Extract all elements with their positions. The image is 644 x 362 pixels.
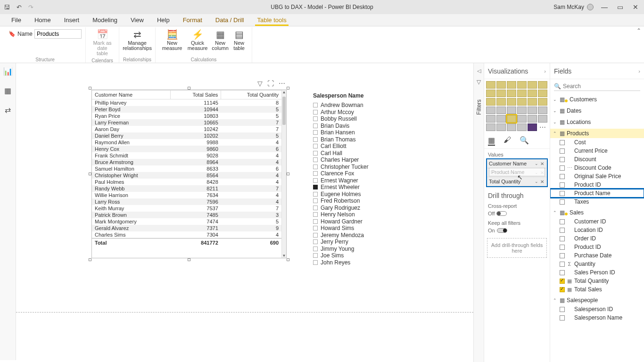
slicer-item[interactable]: Brian Hansen <box>313 129 436 136</box>
tab-format[interactable]: Format <box>176 15 209 25</box>
viz-pie-icon[interactable] <box>517 98 527 106</box>
viz-funnel-icon[interactable] <box>496 98 506 106</box>
table-row[interactable]: Daniel Berry102025 <box>92 132 281 139</box>
slicer-item[interactable]: Arthur Mccoy <box>313 109 436 115</box>
table-row[interactable]: Larry Freeman106657 <box>92 119 281 126</box>
more-options-icon[interactable]: ⋯ <box>279 80 285 87</box>
new-measure-button[interactable]: 🧮 New measure <box>159 27 185 52</box>
filter-icon[interactable]: ▽ <box>257 80 263 87</box>
slicer-item[interactable]: Andrew Bowman <box>313 102 436 108</box>
field-item[interactable]: Product Name <box>550 189 644 197</box>
table-visual[interactable]: ▽ ⛶ ⋯ Customer Name Total Sales Total Qu… <box>91 90 287 258</box>
viz-decomp-icon[interactable] <box>496 123 506 131</box>
field-item[interactable]: ΣQuantity <box>550 260 644 268</box>
new-table-button[interactable]: ▤ New table <box>230 27 248 52</box>
slicer-item[interactable]: Howard Sims <box>313 225 436 231</box>
filters-pane-collapsed[interactable]: ◁ ▽ Filters <box>473 63 484 362</box>
checkbox-icon[interactable] <box>560 199 565 205</box>
analytics-tab-icon[interactable]: 🔍 <box>520 136 529 146</box>
slicer-item[interactable]: Henry Nelson <box>313 211 436 218</box>
viz-gauge-icon[interactable] <box>517 107 527 114</box>
table-row[interactable]: Willie Harrison76344 <box>92 192 281 198</box>
slicer-item[interactable]: Brian Thomas <box>313 136 436 143</box>
tab-home[interactable]: Home <box>28 15 58 25</box>
drill-through-drop-zone[interactable]: Add drill-through fields here <box>487 238 547 258</box>
viz-line-column-icon[interactable] <box>517 90 527 97</box>
table-products[interactable]: ⌃▦Products CostCurrent PriceDiscount⋯Dis… <box>550 128 644 207</box>
tab-data-drill[interactable]: Data / Drill <box>209 15 251 25</box>
viz-stacked-area-icon[interactable] <box>507 90 516 97</box>
checkbox-icon[interactable] <box>560 219 565 224</box>
field-item[interactable]: Product ID <box>550 243 644 251</box>
viz-clustered-column-icon[interactable] <box>517 81 527 89</box>
table-salespeople[interactable]: ⌃▦Salespeople Salesperson IDSalesperson … <box>550 295 644 323</box>
col-total-sales[interactable]: Total Sales <box>170 90 221 99</box>
slicer-item[interactable]: Howard Gardner <box>313 218 436 225</box>
viz-donut-icon[interactable] <box>528 98 537 106</box>
viz-stacked-column-icon[interactable] <box>496 81 506 89</box>
viz-kpi-icon[interactable] <box>486 115 495 123</box>
viz-table-icon[interactable] <box>507 115 516 123</box>
tab-file[interactable]: File <box>5 15 28 25</box>
expand-filters-icon[interactable]: ◁ <box>477 68 481 74</box>
checkbox-icon[interactable] <box>560 307 565 312</box>
viz-ribbon-icon[interactable] <box>538 90 547 97</box>
field-item[interactable]: Cost <box>550 138 644 147</box>
field-item[interactable]: Sales Person ID <box>550 268 644 277</box>
table-row[interactable]: Peter Boyd109445 <box>92 106 281 113</box>
collapse-vispane-icon[interactable]: › <box>544 68 546 74</box>
tab-help[interactable]: Help <box>150 15 176 25</box>
minimize-icon[interactable]: — <box>599 3 610 11</box>
table-row[interactable]: Larry Ross75964 <box>92 198 281 205</box>
data-view-icon[interactable]: ▦ <box>4 86 11 95</box>
viz-more-icon[interactable]: ⋯ <box>538 123 547 131</box>
viz-treemap-icon[interactable] <box>538 98 547 106</box>
slicer-item[interactable]: Ernest Wagner <box>313 177 436 184</box>
save-icon[interactable]: 🖫 <box>4 4 10 11</box>
viz-map-icon[interactable] <box>486 107 495 114</box>
table-row[interactable]: Gerald Alvarez73719 <box>92 225 281 231</box>
slicer-item[interactable]: John Reyes <box>313 259 436 266</box>
tab-modeling[interactable]: Modeling <box>86 15 124 25</box>
table-customers[interactable]: ⌄▦Customers <box>550 94 644 105</box>
table-row[interactable]: Raymond Allen99884 <box>92 139 281 146</box>
slicer-item[interactable]: Jerry Perry <box>313 239 436 245</box>
table-row[interactable]: Mark Montgomery74745 <box>92 218 281 225</box>
slicer-item[interactable]: Eugene Holmes <box>313 191 436 197</box>
slicer-item[interactable]: Fred Robertson <box>313 197 436 204</box>
field-item[interactable]: Salesperson ID <box>550 305 644 313</box>
viz-100-column-icon[interactable] <box>538 81 547 89</box>
well-customer-name[interactable]: Customer Name ⌄ ✕ <box>487 159 547 168</box>
checkbox-icon[interactable] <box>560 287 565 292</box>
maximize-icon[interactable]: ▭ <box>615 3 625 11</box>
field-item[interactable]: Salesperson Name <box>550 313 644 322</box>
checkbox-icon[interactable] <box>560 253 565 258</box>
focus-mode-icon[interactable]: ⛶ <box>267 80 274 87</box>
viz-paginated-icon[interactable] <box>517 123 527 131</box>
chevron-down-icon[interactable]: ⌄ <box>534 179 539 184</box>
col-customer-name[interactable]: Customer Name <box>92 90 170 99</box>
checkbox-icon[interactable] <box>560 315 565 321</box>
checkbox-icon[interactable] <box>560 236 565 241</box>
table-row[interactable]: Frank Schmidt90284 <box>92 152 281 159</box>
field-item[interactable]: Location ID <box>550 226 644 234</box>
slicer-item[interactable]: Ernest Wheeler <box>313 184 436 190</box>
collapse-ribbon-icon[interactable]: ⌃ <box>636 27 641 34</box>
field-item[interactable]: ⋯Discount Code <box>550 164 644 172</box>
checkbox-icon[interactable] <box>560 262 565 267</box>
viz-python-icon[interactable] <box>538 115 547 123</box>
field-item[interactable]: Taxes <box>550 197 644 206</box>
slicer-item[interactable]: Gary Rodriguez <box>313 205 436 211</box>
viz-r-icon[interactable] <box>528 115 537 123</box>
table-row[interactable]: Bruce Armstrong89644 <box>92 159 281 165</box>
table-row[interactable]: Charles Sims73044 <box>92 231 281 239</box>
undo-icon[interactable]: ↶ <box>17 4 22 11</box>
checkbox-icon[interactable] <box>560 157 565 162</box>
field-item[interactable]: ▦Total Sales <box>550 285 644 294</box>
viz-area-icon[interactable] <box>496 90 506 97</box>
slicer-item[interactable]: Jeremy Mendoza <box>313 232 436 239</box>
remove-icon[interactable]: ✕ <box>539 161 545 166</box>
col-total-quantity[interactable]: Total Quantity <box>221 90 281 99</box>
viz-stacked-bar-icon[interactable] <box>486 81 495 89</box>
checkbox-icon[interactable] <box>560 191 565 196</box>
